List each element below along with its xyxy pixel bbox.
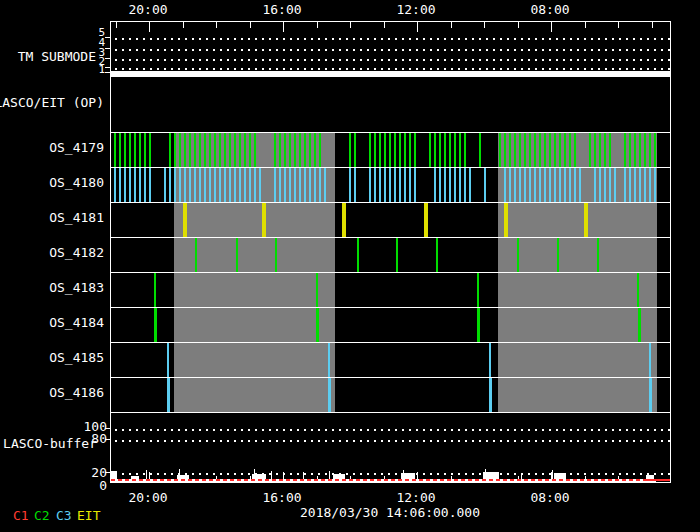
event-line <box>195 238 197 272</box>
left-axis-tick <box>105 67 110 68</box>
event-line <box>517 238 519 272</box>
telemetry-bar <box>604 133 606 167</box>
telemetry-bar <box>574 133 576 167</box>
axis-tick-top <box>652 22 653 28</box>
telemetry-bar <box>349 168 351 202</box>
telemetry-bar <box>199 133 201 167</box>
axis-tick-top <box>116 22 117 28</box>
telemetry-bar <box>144 168 146 202</box>
telemetry-bar <box>319 133 321 167</box>
telemetry-bar <box>279 133 281 167</box>
axis-tick-top <box>149 22 150 32</box>
telemetry-bar <box>434 133 436 167</box>
event-line <box>489 343 491 377</box>
row-label: TM SUBMODE <box>18 50 96 64</box>
axis-tick-top <box>250 22 251 28</box>
panel-separator-line <box>111 412 670 413</box>
telemetry-bar <box>414 133 416 167</box>
left-axis-tick <box>105 48 110 49</box>
event-line <box>396 238 398 272</box>
timestamp: 2018/03/30 14:06:00.000 <box>299 506 481 520</box>
telemetry-bar <box>129 133 131 167</box>
legend-item-eit: EIT <box>77 509 100 523</box>
telemetry-bar <box>164 168 166 202</box>
axis-tick-top <box>417 22 418 32</box>
telemetry-bar <box>299 133 301 167</box>
event-line <box>316 308 319 342</box>
telemetry-bar <box>479 133 481 167</box>
telemetry-bar <box>279 168 281 202</box>
axis-tick-top <box>618 22 619 28</box>
plot-frame <box>110 21 671 483</box>
axis-tick-top <box>183 22 184 28</box>
tm-submode-dotted-gridline <box>115 68 670 70</box>
telemetry-bar <box>179 133 181 167</box>
x-axis-label-top: 16:00 <box>257 3 307 17</box>
telemetry-bar <box>524 133 526 167</box>
telemetry-bar <box>249 133 251 167</box>
event-line <box>154 308 157 342</box>
telemetry-bar <box>379 133 381 167</box>
axis-tick-top <box>451 22 452 28</box>
event-line <box>638 308 641 342</box>
row-label: OS_4180 <box>49 176 104 190</box>
telemetry-bar <box>649 133 651 167</box>
event-line <box>649 343 651 377</box>
telemetry-bar <box>299 168 301 202</box>
event-line <box>436 238 438 272</box>
event-line <box>328 343 330 377</box>
telemetry-bar <box>559 168 561 202</box>
telemetry-bar <box>614 168 616 202</box>
telemetry-bar <box>539 133 541 167</box>
axis-tick-top <box>350 22 351 28</box>
telemetry-bar <box>139 168 141 202</box>
axis-tick-top <box>585 22 586 28</box>
telemetry-bar <box>184 168 186 202</box>
tm-submode-dotted-gridline <box>115 49 670 51</box>
telemetry-bar <box>459 168 461 202</box>
left-axis-tick <box>105 472 110 473</box>
telemetry-bar <box>504 168 506 202</box>
telemetry-bar <box>564 168 566 202</box>
telemetry-bar <box>289 168 291 202</box>
telemetry-bar <box>324 168 326 202</box>
telemetry-bar <box>369 168 371 202</box>
telemetry-bar <box>599 133 601 167</box>
event-line <box>328 378 331 412</box>
telemetry-bar <box>554 168 556 202</box>
telemetry-bar <box>209 133 211 167</box>
event-line <box>584 203 588 237</box>
telemetry-bar <box>549 168 551 202</box>
telemetry-bar <box>509 133 511 167</box>
telemetry-bar <box>409 133 411 167</box>
telemetry-bar <box>124 133 126 167</box>
telemetry-bar <box>294 168 296 202</box>
telemetry-bar <box>399 133 401 167</box>
telemetry-bar <box>284 133 286 167</box>
telemetry-bar <box>374 133 376 167</box>
telemetry-bar <box>124 168 126 202</box>
row-label: OS_4184 <box>49 316 104 330</box>
telemetry-bar <box>234 133 236 167</box>
telemetry-bar <box>169 133 171 167</box>
legend-item-c3: C3 <box>56 509 72 523</box>
telemetry-bar <box>374 168 376 202</box>
telemetry-bar <box>629 168 631 202</box>
event-line <box>154 273 156 307</box>
telemetry-bar <box>204 168 206 202</box>
x-axis-label-bottom: 20:00 <box>123 491 173 505</box>
telemetry-bar <box>194 168 196 202</box>
telemetry-bar <box>369 133 371 167</box>
axis-tick-top <box>283 22 284 32</box>
telemetry-bar <box>654 133 656 167</box>
telemetry-bar <box>564 133 566 167</box>
tm-submode-axis-digit: 1 <box>97 64 105 75</box>
telemetry-bar <box>249 168 251 202</box>
telemetry-bar <box>434 168 436 202</box>
telemetry-bar <box>654 168 656 202</box>
telemetry-bar <box>179 168 181 202</box>
telemetry-bar <box>449 133 451 167</box>
event-line <box>342 203 346 237</box>
telemetry-bar <box>574 168 576 202</box>
telemetry-bar <box>599 168 601 202</box>
